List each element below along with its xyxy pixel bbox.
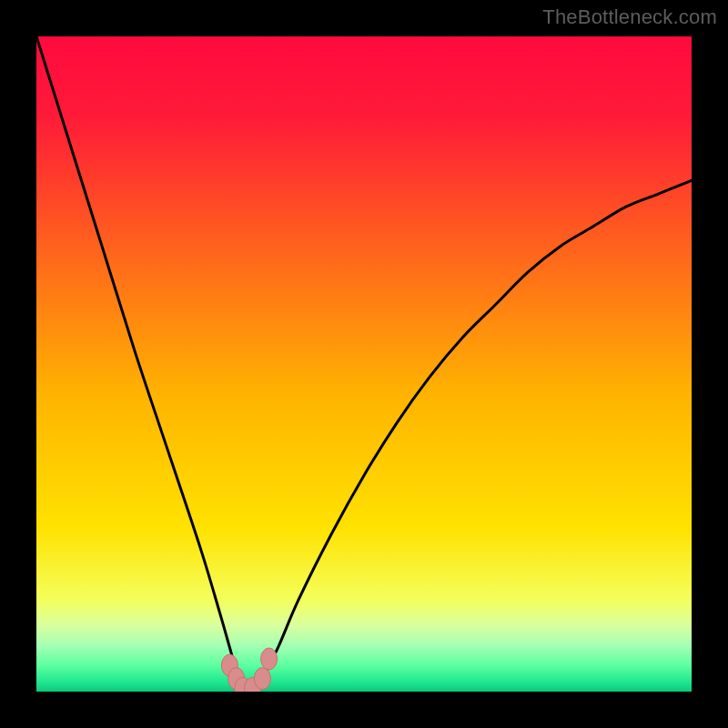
chart-frame: TheBottleneck.com (0, 0, 728, 728)
bottleneck-curve (36, 36, 692, 692)
plot-area (36, 36, 692, 692)
curve-markers (221, 648, 277, 692)
watermark-text: TheBottleneck.com (542, 5, 717, 29)
curve-marker (254, 668, 270, 690)
curve-marker (261, 648, 278, 670)
